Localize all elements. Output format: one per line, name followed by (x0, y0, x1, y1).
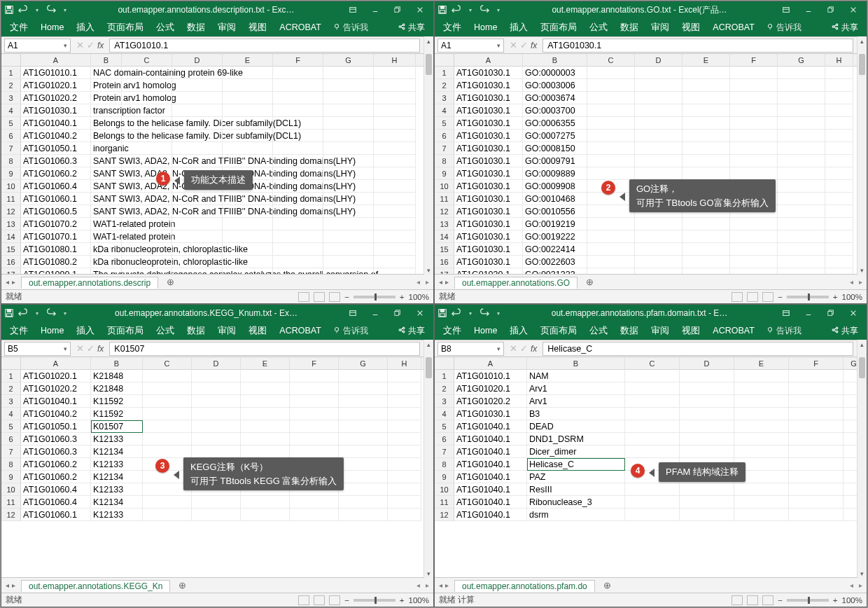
cell[interactable] (290, 509, 339, 521)
select-all-corner[interactable] (435, 54, 454, 66)
cell[interactable]: AT1G01020.1 (21, 370, 91, 382)
cell[interactable] (789, 395, 844, 408)
row-header[interactable]: 10 (1, 483, 21, 496)
col-header[interactable]: E (734, 357, 789, 370)
cell[interactable]: transcription factor (91, 104, 122, 117)
cell[interactable] (172, 268, 223, 274)
cell[interactable] (825, 180, 853, 193)
row-header[interactable]: 12 (1, 509, 21, 521)
row-header[interactable]: 11 (1, 496, 21, 509)
cell[interactable] (273, 67, 323, 79)
cell[interactable]: GO:0019219 (523, 218, 587, 230)
tab-视图[interactable]: 视图 (243, 323, 272, 339)
cancel-icon[interactable]: ✕ (76, 40, 84, 50)
cell[interactable] (825, 230, 853, 243)
tab-插入[interactable]: 插入 (71, 20, 100, 36)
cell[interactable] (323, 92, 374, 104)
row-header[interactable]: 10 (435, 180, 454, 193)
col-header[interactable]: F (730, 54, 778, 67)
table-row[interactable]: 15AT1G01030.1GO:0022414 (435, 243, 867, 256)
cell[interactable] (374, 79, 416, 92)
cell[interactable] (122, 117, 172, 130)
cell[interactable]: GO:0009889 (523, 167, 587, 180)
cell[interactable]: AT1G01080.1 (21, 243, 91, 256)
cell[interactable] (825, 67, 853, 79)
cell[interactable] (339, 458, 388, 471)
table-row[interactable]: 3AT1G01020.2Protein arv1 homolog (1, 92, 433, 104)
save-icon[interactable] (438, 5, 447, 15)
cell[interactable] (323, 104, 374, 117)
cancel-icon[interactable]: ✕ (76, 343, 84, 354)
cell[interactable] (388, 370, 421, 382)
undo-icon[interactable] (18, 5, 28, 15)
table-row[interactable]: 12AT1G01060.1K12133 (1, 509, 433, 521)
cell[interactable] (339, 370, 388, 382)
tab-公式[interactable]: 公式 (150, 20, 180, 36)
cell[interactable]: AT1G01060.4 (21, 180, 91, 193)
cell[interactable] (635, 104, 682, 117)
col-header[interactable]: F (273, 54, 323, 67)
hscroll-right-icon[interactable]: ▸ (426, 278, 429, 286)
zoom-in-button[interactable]: + (400, 596, 405, 604)
sheet-tab[interactable]: out.emapper.annotations.KEGG_Kn (21, 580, 170, 592)
save-icon[interactable] (4, 5, 14, 15)
cell[interactable] (388, 509, 421, 521)
cell[interactable] (192, 395, 241, 408)
cell[interactable] (789, 408, 844, 420)
cell[interactable]: AT1G01030.1 (454, 243, 523, 256)
row-header[interactable]: 1 (435, 67, 454, 79)
cancel-icon[interactable]: ✕ (510, 40, 517, 50)
cell[interactable] (323, 117, 374, 130)
qat-dropdown-icon[interactable]: ▾ (493, 308, 503, 318)
cell[interactable] (323, 218, 374, 230)
confirm-icon[interactable]: ✓ (87, 343, 94, 354)
row-header[interactable]: 5 (435, 420, 454, 433)
col-header[interactable]: C (143, 357, 192, 370)
cell[interactable]: Belongs to the helicase family. Dicer su… (91, 117, 122, 130)
table-row[interactable]: 17AT1G01030.1GO:0031323 (435, 268, 867, 274)
row-header[interactable]: 1 (1, 67, 21, 79)
col-header[interactable]: E (241, 357, 290, 370)
cell[interactable] (825, 117, 853, 130)
cell[interactable] (223, 155, 273, 167)
table-row[interactable]: 12AT1G01040.1dsrm (435, 509, 867, 521)
cell[interactable] (192, 445, 241, 458)
cell[interactable] (273, 167, 323, 180)
cell[interactable] (143, 420, 192, 433)
cell[interactable] (192, 408, 241, 420)
add-sheet-button[interactable]: ⊕ (176, 580, 189, 590)
cell[interactable] (734, 395, 789, 408)
col-header[interactable]: A (21, 54, 91, 67)
row-header[interactable]: 9 (435, 167, 454, 180)
cell[interactable]: AT1G01030.1 (454, 155, 523, 167)
cell[interactable] (388, 483, 421, 496)
cell[interactable] (241, 382, 290, 395)
zoom-out-button[interactable]: − (344, 596, 349, 604)
cell[interactable]: NAC domain-containing protein 69-like (91, 67, 122, 79)
name-box[interactable]: B8▾ (438, 342, 504, 356)
cell[interactable] (323, 130, 374, 142)
name-box[interactable]: B5▾ (4, 342, 71, 356)
zoom-slider[interactable] (354, 296, 396, 298)
cell[interactable] (388, 420, 421, 433)
cell[interactable]: AT1G01060.2 (21, 471, 91, 483)
cell[interactable] (122, 79, 172, 92)
cell[interactable] (273, 268, 323, 274)
tab-公式[interactable]: 公式 (584, 323, 613, 339)
cell[interactable]: AT1G01040.1 (454, 458, 527, 471)
row-header[interactable]: 9 (435, 471, 454, 483)
sheet-nav[interactable]: ◂▸ (6, 278, 15, 286)
cell[interactable] (625, 445, 680, 458)
cell[interactable] (122, 218, 172, 230)
cell[interactable] (122, 230, 172, 243)
table-row[interactable]: 8AT1G01030.1GO:0009791 (435, 155, 867, 167)
cell[interactable]: GO:0022414 (523, 243, 587, 256)
cell[interactable]: GO:0010468 (523, 193, 587, 205)
tab-acrobat[interactable]: ACROBAT (274, 324, 327, 338)
table-row[interactable]: 2AT1G01020.1Arv1 (435, 382, 867, 395)
col-header[interactable]: H (374, 54, 416, 67)
row-header[interactable]: 6 (435, 433, 454, 445)
cell[interactable]: AT1G01040.1 (454, 496, 527, 509)
zoom-level[interactable]: 100% (409, 596, 429, 604)
cell[interactable] (374, 167, 416, 180)
